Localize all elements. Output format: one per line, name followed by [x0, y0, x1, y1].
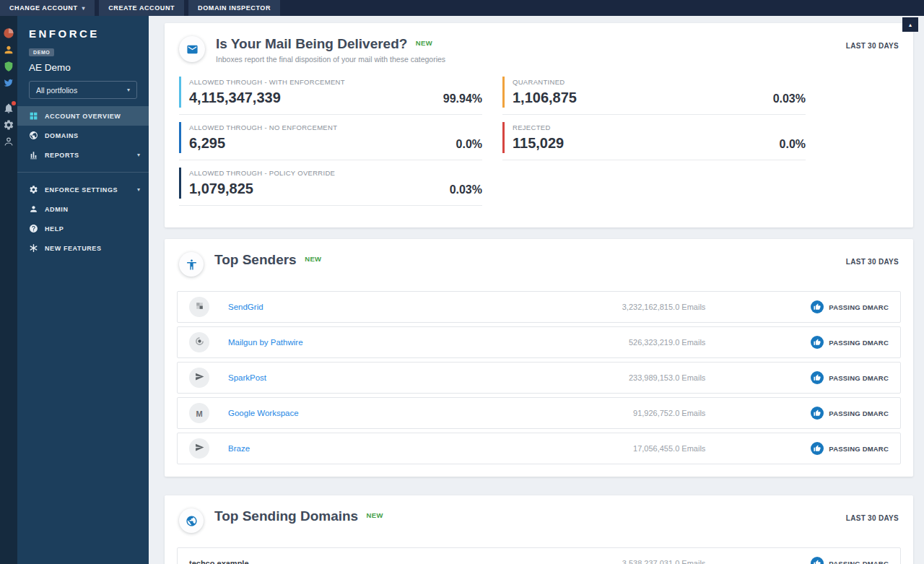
rail-gear-icon[interactable] [3, 119, 14, 131]
sender-name-link[interactable]: SparkPost [228, 373, 266, 382]
sender-row[interactable]: SparkPost 233,989,153.0 Emails PASSING D… [177, 362, 901, 394]
delivery-stat: QUARANTINED 1,106,875 0.03% [502, 77, 806, 115]
period-label: LAST 30 DAYS [846, 258, 899, 266]
stat-percent: 0.03% [450, 183, 482, 196]
dmarc-status-label: PASSING DMARC [829, 445, 889, 453]
thumbs-up-icon [811, 371, 824, 384]
sender-row[interactable]: SendGrid 3,232,162,815.0 Emails PASSING … [177, 291, 901, 323]
passing-dmarc-badge: PASSING DMARC [811, 371, 889, 384]
sender-name-link[interactable]: Mailgun by Pathwire [228, 338, 303, 347]
dmarc-status-label: PASSING DMARC [829, 339, 889, 347]
email-count: 17,056,455.0 Emails [539, 444, 705, 453]
email-count: 3,232,162,815.0 Emails [539, 303, 705, 311]
chevron-down-icon: ▾ [127, 87, 130, 93]
top-senders-card: Top Senders NEW LAST 30 DAYS SendGrid 3,… [165, 239, 913, 477]
thumbs-up-icon [811, 300, 824, 313]
sidebar-item-domains[interactable]: DOMAINS [17, 126, 149, 145]
sidebar-item-label: ENFORCE SETTINGS [45, 186, 137, 194]
sidebar-item-new-features[interactable]: NEW FEATURES [17, 238, 149, 258]
sender-row[interactable]: Braze 17,056,455.0 Emails PASSING DMARC [177, 433, 901, 464]
dmarc-status-label: PASSING DMARC [829, 303, 889, 311]
email-count: 526,323,219.0 Emails [539, 338, 705, 347]
sender-avatar [189, 438, 209, 459]
rail-user-icon[interactable] [3, 136, 14, 147]
globe-icon [29, 131, 38, 140]
period-label: LAST 30 DAYS [846, 42, 899, 50]
period-label: LAST 30 DAYS [846, 514, 899, 522]
notification-dot [12, 101, 16, 105]
rail-pie-chart-icon[interactable] [3, 27, 14, 39]
portfolio-select[interactable]: All portfolios ▾ [29, 81, 137, 99]
stat-label: ALLOWED THROUGH - NO ENFORCEMENT [189, 123, 482, 131]
passing-dmarc-badge: PASSING DMARC [811, 442, 889, 455]
topbar-button-label: DOMAIN INSPECTOR [198, 4, 271, 12]
user-icon [3, 136, 14, 147]
delivery-stat: ALLOWED THROUGH - NO ENFORCEMENT 6,295 0… [179, 122, 482, 160]
asterisk-icon [29, 243, 38, 253]
top-sending-domains-title: Top Sending Domains [214, 508, 358, 524]
stat-label: REJECTED [513, 123, 806, 131]
passing-dmarc-badge: PASSING DMARC [811, 336, 889, 349]
mailgun-icon [195, 336, 204, 349]
stat-label: ALLOWED THROUGH - POLICY OVERRIDE [189, 169, 482, 177]
stat-label: ALLOWED THROUGH - WITH ENFORCEMENT [189, 78, 482, 86]
sender-name-link[interactable]: Google Workspace [228, 409, 299, 417]
sparkpost-icon [195, 371, 204, 384]
sidebar-item-label: ACCOUNT OVERVIEW [45, 113, 140, 120]
sidebar-item-label: REPORTS [45, 152, 137, 159]
stat-value: 1,106,875 [513, 90, 577, 106]
stat-value: 4,115,347,339 [189, 90, 281, 106]
sidebar: ENFORCE DEMO AE Demo All portfolios ▾ AC… [17, 16, 149, 564]
stat-label: QUARANTINED [513, 78, 806, 86]
domain-name: techco.example [189, 559, 249, 564]
chevron-down-icon: ▾ [82, 5, 86, 12]
sidebar-item-label: HELP [45, 225, 140, 233]
sender-avatar [189, 368, 209, 388]
sidebar-item-reports[interactable]: REPORTS ▾ [17, 145, 149, 165]
portfolio-select-value: All portfolios [36, 86, 77, 95]
stat-percent: 99.94% [443, 92, 482, 105]
sendgrid-icon [195, 300, 204, 313]
sender-name-link[interactable]: SendGrid [228, 303, 263, 311]
chevron-down-icon: ▾ [137, 186, 140, 193]
gear-icon [29, 185, 38, 194]
enforce-logo: ENFORCE [29, 27, 137, 40]
help-icon [29, 224, 38, 233]
sender-row[interactable]: M Google Workspace 91,926,752.0 Emails P… [177, 397, 901, 429]
sidebar-item-enforce-settings[interactable]: ENFORCE SETTINGS ▾ [17, 180, 149, 199]
sender-name-link[interactable]: Braze [228, 444, 250, 453]
topbar-button-create-account[interactable]: CREATE ACCOUNT [99, 0, 184, 16]
delivery-stat: ALLOWED THROUGH - WITH ENFORCEMENT 4,115… [179, 77, 482, 115]
rail-person-icon[interactable] [3, 44, 14, 56]
sender-avatar [189, 297, 209, 317]
sidebar-item-help[interactable]: HELP [17, 219, 149, 238]
sender-row[interactable]: Mailgun by Pathwire 526,323,219.0 Emails… [177, 326, 901, 358]
rail-shield-icon[interactable] [3, 61, 14, 72]
topbar-button-change-account[interactable]: CHANGE ACCOUNT ▾ [0, 0, 95, 16]
mail-envelope-icon [179, 36, 205, 62]
domain-row[interactable]: techco.example 3,538,237,031.0 Emails PA… [177, 547, 901, 564]
new-badge: NEW [305, 255, 321, 263]
shield-icon [3, 61, 14, 72]
email-count: 3,538,237,031.0 Emails [539, 559, 705, 564]
delivery-card: Is Your Mail Being Delivered? NEW Inboxe… [165, 23, 913, 227]
globe-icon [179, 508, 204, 533]
grid-icon [29, 111, 38, 121]
stat-percent: 0.0% [780, 138, 806, 151]
pie-chart-icon [3, 27, 14, 39]
collapse-panel-button[interactable]: ▴ [902, 17, 918, 32]
dmarc-status-label: PASSING DMARC [829, 409, 889, 417]
sidebar-item-admin[interactable]: ADMIN [17, 199, 149, 219]
sender-avatar: M [189, 403, 209, 423]
stat-value: 6,295 [189, 135, 225, 152]
rail-bird-icon[interactable] [3, 77, 14, 89]
sidebar-item-account-overview[interactable]: ACCOUNT OVERVIEW [17, 106, 149, 126]
topbar-button-domain-inspector[interactable]: DOMAIN INSPECTOR [188, 0, 280, 16]
delivery-stat: ALLOWED THROUGH - POLICY OVERRIDE 1,079,… [179, 168, 482, 206]
account-name: AE Demo [29, 62, 137, 73]
rail-bell-icon[interactable] [3, 103, 14, 114]
stat-value: 115,029 [513, 135, 564, 152]
sidebar-nav: ACCOUNT OVERVIEW DOMAINS REPORTS ▾ ENFOR… [17, 106, 149, 258]
topbar-button-label: CREATE ACCOUNT [108, 4, 175, 12]
topbar-button-label: CHANGE ACCOUNT [9, 4, 78, 12]
